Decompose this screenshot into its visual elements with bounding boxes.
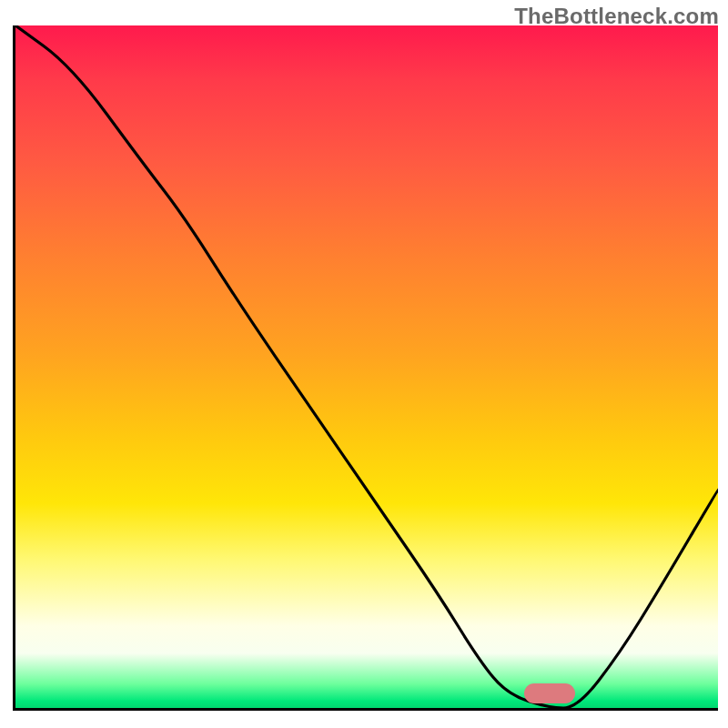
bottleneck-curve-path — [15, 25, 718, 708]
bottleneck-chart: TheBottleneck.com — [0, 0, 728, 728]
watermark-text: TheBottleneck.com — [514, 4, 719, 29]
plot-area — [13, 25, 718, 711]
curve-svg — [15, 25, 718, 708]
optimal-marker — [524, 683, 575, 703]
